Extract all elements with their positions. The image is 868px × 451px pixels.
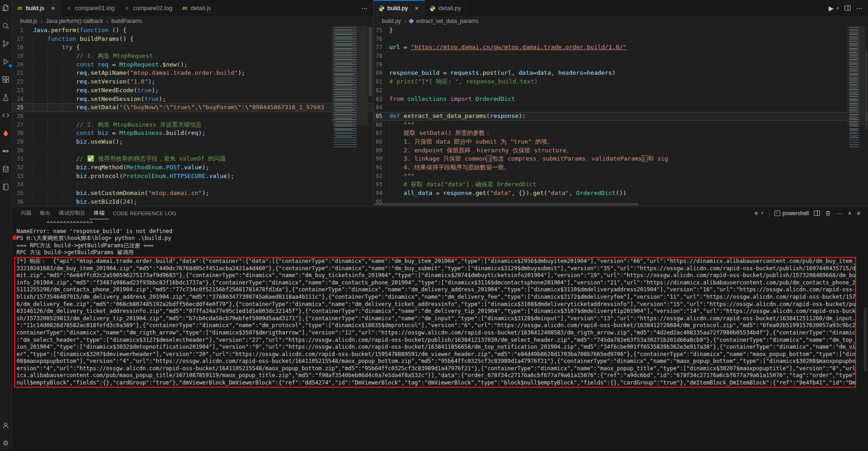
remote-explorer-icon[interactable] [1,110,11,120]
kill-terminal-icon[interactable] [825,210,831,217]
code-line[interactable]: 36 biz.setBizId(24); [12,198,373,206]
code-line[interactable]: 22 req.setVersion("1.0"); [12,78,373,86]
minimap-slider[interactable] [847,26,865,125]
scrollbar-thumb[interactable] [866,51,867,129]
breadcrumb-file[interactable]: build.js [20,18,37,24]
code-line[interactable]: 17 function buildParams() { [12,35,373,44]
panel-tab-debug-console[interactable]: 调试控制台 [55,207,90,219]
testing-icon[interactable] [1,92,11,102]
code-line[interactable]: 35 biz.setCustomDomain("mtop.damai.cn"); [12,189,373,198]
code-line[interactable]: 20 const req = MtopRequest.$new(); [12,61,373,69]
tab-detail-py[interactable]: detail.py [425,0,465,16]
code-line[interactable]: 88 1. 只保留 data 部分中 submit 为 "true" 的项。 [374,138,868,146]
code-line[interactable]: 21 req.setApiName("mtop.damai.trade.orde… [12,69,373,78]
code-editor-build-js[interactable]: 1Java.perform(function () {17 function b… [12,26,373,206]
maximize-panel-icon[interactable]: ∧ [848,211,851,216]
code-line[interactable]: 78 [374,52,868,61]
close-icon[interactable]: × [413,5,420,12]
code-line[interactable]: 75} [374,26,868,35]
code-line[interactable]: 81# print("[*] 响应: ", response_build.tex… [374,78,868,86]
code-line[interactable]: 87 提取 setData() 所需的参数： [374,129,868,138]
terminal-profile-dropdown-icon[interactable]: ∨ [761,211,764,215]
tab-compare01-log[interactable]: ≡ compare01.log [61,0,119,16]
explorer-icon[interactable] [1,3,11,13]
notebook-icon[interactable] [1,182,11,192]
code-line[interactable]: 1Java.perform(function () { [12,26,373,35]
code-line[interactable]: 23 req.setNeedEcode(true); [12,86,373,95]
code-line[interactable]: 93 # 获取 data["data"]，确保是 OrderedDict [374,180,868,189]
code-line[interactable]: 79 [374,61,868,69]
database-icon[interactable] [1,164,11,174]
scrollbar-thumb[interactable] [369,27,372,96]
code-line[interactable]: 89 2. endpoint 保留原样，hierarchy 仅保留 struct… [374,146,868,155]
breadcrumb-symbol[interactable]: extract_set_data_params [416,18,478,24]
code-line[interactable]: 86 """ [374,121,868,129]
panel-more-icon[interactable]: ⋯ [836,210,843,217]
code-line[interactable]: 91 4. 结果保持字段顺序与原始数据一致。 [374,163,868,172]
minimap[interactable] [332,26,368,206]
panel-tab-problems[interactable]: 问题 [17,207,35,219]
panel-tab-code-reference-log[interactable]: CODE REFERENCE LOG [109,207,180,219]
code-editor-build-py[interactable]: 75}7677url = "https://mtop.damai.cn/gw/m… [374,26,868,206]
code-line[interactable]: 80response_build = requests.post(url, da… [374,69,868,78]
breadcrumb-file[interactable]: build.py [382,18,401,24]
code-line[interactable]: 77url = "https://mtop.damai.cn/gw/mtop.d… [374,43,868,52]
code-line[interactable]: 30 [12,146,373,155]
code-line[interactable]: 33 biz.protocol(ProtocolEnum.HTTPSECURE.… [12,172,373,181]
source-control-icon[interactable] [1,39,11,49]
panel-tab-output[interactable]: 输出 [35,207,54,219]
scrollbar-thumb[interactable] [374,203,638,206]
tab-compare02-log[interactable]: ≡ compare02.log [119,0,177,16]
code-line[interactable]: 34 [12,180,373,189]
code-line[interactable]: 19 // 1. 构造 MtopRequest [12,52,373,61]
settings-gear-icon[interactable]: ⚙ [1,438,11,448]
terminal-scrollbar[interactable] [863,219,868,451]
extensions-icon[interactable] [1,74,11,84]
breadcrumb-symbol[interactable]: Java.perform() callback [46,18,103,24]
minimap-slider[interactable] [332,26,368,125]
close-panel-icon[interactable]: × [857,210,861,217]
code-line[interactable]: 32 biz.reqMethod(MethodEnum.POST.value); [12,163,373,172]
code-line[interactable]: 76 [374,35,868,44]
code-line[interactable]: 83from collections import OrderedDict [374,95,868,104]
vertical-scrollbar[interactable] [368,26,373,206]
more-actions-icon[interactable]: ⋯ [856,5,862,11]
code-line[interactable]: 94 all_data = response.get("data", {}).g… [374,189,868,198]
run-python-file-icon[interactable]: ▶ [829,5,834,11]
terminal[interactable]: ^^^^^^^^^^^^^^NameError: name 'response_… [12,219,868,451]
tab-build-js[interactable]: JS build.js × [12,0,61,16]
horizontal-scrollbar[interactable] [374,202,847,206]
workspace-icon[interactable]: WS [1,146,11,156]
code-line[interactable]: 90 3. linkage 只保留 common（包含 compress、sub… [374,155,868,163]
run-dropdown-icon[interactable]: ∨ [836,6,839,10]
run-debug-icon[interactable] [1,56,11,67]
search-icon[interactable] [1,21,11,31]
code-line[interactable]: 26 [12,112,373,121]
panel-tab-terminal[interactable]: 终端 [90,207,108,219]
close-icon[interactable]: × [49,5,56,12]
flame-icon[interactable] [1,128,11,138]
code-line[interactable]: 25 req.setData("{\"buyNow\":\"true\",\"b… [12,103,373,112]
split-terminal-icon[interactable] [814,211,820,216]
code-line[interactable]: 27 // 2. 构造 MtopBusiness 并设置关键信息 [12,121,373,129]
code-line[interactable]: 82 [374,86,868,95]
breadcrumb-symbol[interactable]: buildParams [112,18,142,24]
split-editor-icon[interactable] [845,6,851,11]
code-line[interactable]: 18 try { [12,43,373,52]
code-line[interactable]: 85def extract_set_data_params(response): [374,112,868,121]
scrollbar-thumb[interactable] [864,307,867,372]
account-icon[interactable] [1,420,11,430]
minimap[interactable] [847,26,865,206]
code-line[interactable]: 84 [374,103,868,112]
terminal-instance-powershell[interactable]: > powershell [774,210,809,217]
code-line[interactable]: 92 """ [374,172,868,181]
code-line[interactable]: 28 const biz = MtopBusiness.build(req); [12,129,373,138]
tab-detail-js[interactable]: JS detail.js [177,0,215,16]
tab-build-py[interactable]: build.py × [374,0,425,16]
new-terminal-icon[interactable]: + [754,210,758,217]
more-actions-icon[interactable]: ⋯ [361,5,368,11]
code-line[interactable]: 24 req.setNeedSession(true); [12,95,373,104]
code-line[interactable]: 29 biz.useWua(); [12,138,373,146]
code-line[interactable]: 31 // ✅ 推荐用枚举的静态字段，避免 valueOf 的问题 [12,155,373,163]
vertical-scrollbar[interactable] [865,26,868,206]
